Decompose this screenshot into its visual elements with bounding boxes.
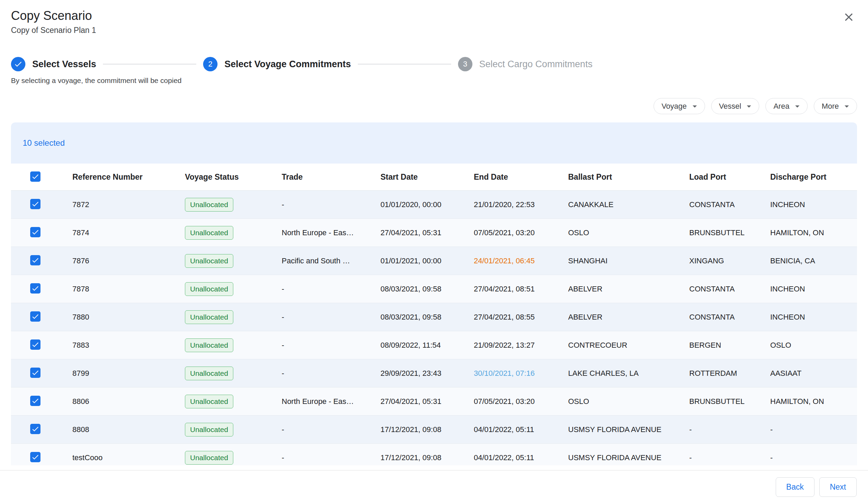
row-checkbox[interactable] (30, 368, 41, 378)
cell-ballast-port: CANAKKALE (568, 200, 689, 209)
cell-trade: - (282, 313, 381, 322)
row-checkbox[interactable] (30, 424, 41, 434)
row-checkbox[interactable] (30, 396, 41, 406)
step-select-vessels[interactable]: Select Vessels (11, 57, 96, 71)
row-checkbox[interactable] (30, 311, 41, 322)
row-checkbox[interactable] (30, 283, 41, 293)
cell-load-port: XINGANG (689, 257, 770, 265)
cell-ballast-port: USMSY FLORIDA AVENUE (568, 453, 689, 462)
table-row[interactable]: 8799 Unallocated - 29/09/2021, 23:43 30/… (11, 359, 857, 387)
step-label-select-voyage-commitments: Select Voyage Commitments (224, 59, 351, 70)
cell-load-port: BRUNSBUTTEL (689, 228, 770, 237)
next-button[interactable]: Next (819, 477, 857, 497)
cell-trade: North Europe - Eas… (282, 228, 381, 237)
cell-load-port: BERGEN (689, 341, 770, 350)
cell-end-date: 27/04/2021, 08:51 (474, 285, 568, 293)
status-badge: Unallocated (185, 254, 233, 268)
table-body: 7872 Unallocated - 01/01/2020, 00:00 21/… (11, 191, 857, 465)
table-row[interactable]: 7874 Unallocated North Europe - Eas… 27/… (11, 219, 857, 247)
cell-end-date: 04/01/2022, 05:11 (474, 453, 568, 462)
step-3-number-badge: 3 (458, 57, 473, 71)
cell-start-date: 27/04/2021, 05:31 (381, 397, 474, 406)
step-label-select-vessels: Select Vessels (32, 59, 96, 70)
vessel-filter-button[interactable]: Vessel (711, 98, 760, 114)
chevron-down-icon (841, 101, 852, 112)
table-row[interactable]: 8808 Unallocated - 17/12/2021, 09:08 04/… (11, 416, 857, 444)
row-checkbox[interactable] (30, 255, 41, 265)
cell-reference-number: 7880 (72, 313, 185, 322)
cell-load-port: ROTTERDAM (689, 369, 770, 378)
cell-start-date: 17/12/2021, 09:08 (381, 453, 474, 462)
cell-trade: - (282, 200, 381, 209)
stepper: Select Vessels 2 Select Voyage Commitmen… (11, 57, 857, 71)
cell-ballast-port: ABELVER (568, 285, 689, 293)
cell-ballast-port: OSLO (568, 397, 689, 406)
copy-scenario-dialog: Copy Scenario Copy of Scenario Plan 1 Se… (0, 0, 868, 502)
column-header-discharge-port: Discharge Port (770, 172, 857, 182)
cell-discharge-port: HAMILTON, ON (770, 397, 857, 406)
cell-end-date: 24/01/2021, 06:45 (474, 257, 568, 265)
selected-count: 10 selected (23, 138, 65, 148)
back-button[interactable]: Back (776, 477, 815, 497)
status-badge: Unallocated (185, 395, 233, 408)
stepper-connector (358, 64, 451, 64)
cell-reference-number: 8808 (72, 425, 185, 434)
column-header-reference-number: Reference Number (72, 172, 185, 182)
cell-discharge-port: AASIAAT (770, 369, 857, 378)
table-row[interactable]: 7872 Unallocated - 01/01/2020, 00:00 21/… (11, 191, 857, 219)
cell-start-date: 01/01/2020, 00:00 (381, 200, 474, 209)
cell-reference-number: 7874 (72, 228, 185, 237)
cell-end-date: 04/01/2022, 05:11 (474, 425, 568, 434)
row-checkbox[interactable] (30, 199, 41, 209)
status-badge: Unallocated (185, 198, 233, 211)
cell-trade: North Europe - Eas… (282, 397, 381, 406)
status-badge: Unallocated (185, 226, 233, 240)
table-row[interactable]: 7883 Unallocated - 08/09/2022, 11:54 21/… (11, 331, 857, 359)
table-row[interactable]: 7880 Unallocated - 08/03/2021, 09:58 27/… (11, 303, 857, 331)
cell-start-date: 08/03/2021, 09:58 (381, 313, 474, 322)
table-row[interactable]: 8806 Unallocated North Europe - Eas… 27/… (11, 387, 857, 416)
cell-reference-number: 7876 (72, 257, 185, 265)
column-header-trade: Trade (282, 172, 381, 182)
page-subtitle: Copy of Scenario Plan 1 (11, 25, 857, 35)
cell-trade: - (282, 285, 381, 293)
column-header-start-date: Start Date (381, 172, 474, 182)
row-checkbox[interactable] (30, 227, 41, 237)
select-all-checkbox[interactable] (30, 171, 41, 182)
row-checkbox[interactable] (30, 452, 41, 462)
step-select-voyage-commitments[interactable]: 2 Select Voyage Commitments (203, 57, 351, 71)
cell-discharge-port: BENICIA, CA (770, 257, 857, 265)
cell-trade: - (282, 369, 381, 378)
column-header-ballast-port: Ballast Port (568, 172, 689, 182)
table-row[interactable]: 7878 Unallocated - 08/03/2021, 09:58 27/… (11, 275, 857, 303)
cell-end-date: 30/10/2021, 07:16 (474, 369, 568, 378)
cell-end-date: 21/09/2022, 13:27 (474, 341, 568, 350)
step-completed-check-icon (11, 57, 25, 71)
status-badge: Unallocated (185, 338, 233, 352)
voyage-filter-button[interactable]: Voyage (653, 98, 705, 114)
cell-reference-number: 7872 (72, 200, 185, 209)
cell-load-port: CONSTANTA (689, 285, 770, 293)
row-checkbox[interactable] (30, 339, 41, 350)
cell-ballast-port: OSLO (568, 228, 689, 237)
cell-load-port: - (689, 425, 770, 434)
table-row[interactable]: 7876 Unallocated Pacific and South … 01/… (11, 247, 857, 275)
step-select-cargo-commitments[interactable]: 3 Select Cargo Commitments (458, 57, 592, 71)
status-badge: Unallocated (185, 367, 233, 380)
chevron-down-icon (690, 101, 700, 112)
step-2-number-badge: 2 (203, 57, 217, 71)
more-filter-button[interactable]: More (814, 98, 857, 114)
cell-discharge-port: OSLO (770, 341, 857, 350)
status-badge: Unallocated (185, 310, 233, 324)
cell-start-date: 29/09/2021, 23:43 (381, 369, 474, 378)
cell-end-date: 07/05/2021, 03:20 (474, 228, 568, 237)
selection-summary-band: 10 selected (11, 123, 857, 164)
cell-load-port: CONSTANTA (689, 313, 770, 322)
cell-start-date: 01/01/2021, 00:00 (381, 257, 474, 265)
cell-discharge-port: HAMILTON, ON (770, 228, 857, 237)
close-button[interactable] (841, 10, 856, 25)
page-title: Copy Scenario (11, 8, 857, 23)
area-filter-button[interactable]: Area (765, 98, 807, 114)
table-row[interactable]: testCooo Unallocated - 17/12/2021, 09:08… (11, 444, 857, 465)
dialog-footer: Back Next (0, 470, 868, 497)
